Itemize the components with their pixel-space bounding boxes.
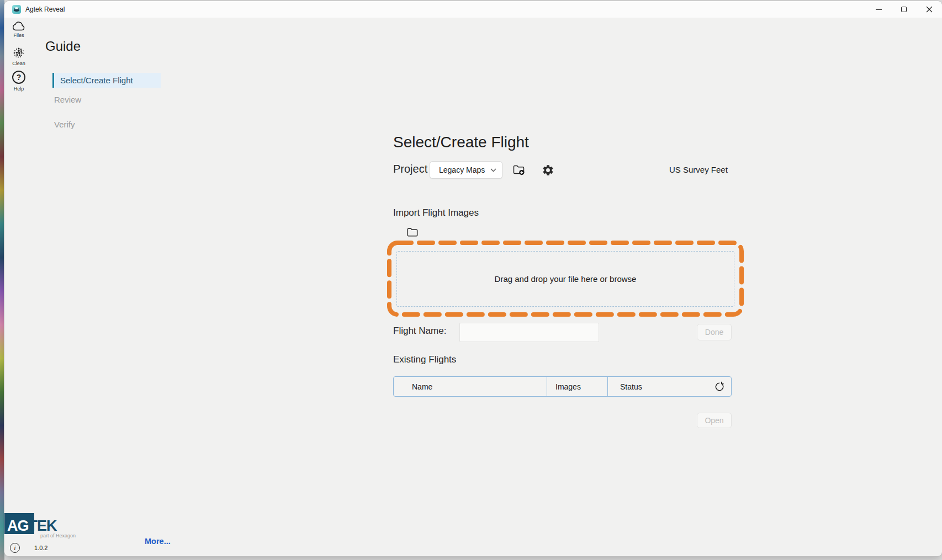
settings-gear-icon <box>542 164 554 177</box>
open-button[interactable]: Open <box>697 413 732 428</box>
maximize-button[interactable] <box>891 1 917 18</box>
cloud-icon <box>12 21 26 31</box>
sidebar-item-label: Clean <box>7 61 31 66</box>
import-flight-images-label: Import Flight Images <box>393 207 479 218</box>
refresh-icon <box>713 381 726 393</box>
agtek-logo-left: AG <box>7 518 29 534</box>
new-project-folder-icon <box>512 163 526 177</box>
sidebar-item-label: Help <box>7 86 31 92</box>
desktop-wallpaper-strip <box>0 0 4 560</box>
maximize-icon <box>901 7 907 12</box>
guide-step-verify[interactable]: Verify <box>54 120 75 129</box>
question-circle-icon: ? <box>11 70 27 85</box>
more-link[interactable]: More... <box>145 537 171 546</box>
agtek-logo: AGTEK <box>7 518 57 534</box>
guide-step-review[interactable]: Review <box>54 95 81 104</box>
app-version: 1.0.2 <box>34 545 47 551</box>
refresh-flights-button[interactable] <box>712 380 727 394</box>
minimize-button[interactable] <box>866 1 891 18</box>
app-icon <box>12 5 21 14</box>
project-dropdown[interactable]: Legacy Maps <box>430 161 502 179</box>
project-label: Project <box>393 163 427 175</box>
logo-tagline: part of Hexagon <box>40 533 76 538</box>
guide-step-label: Select/Create Flight <box>60 76 133 85</box>
new-project-folder-button[interactable] <box>512 163 526 177</box>
done-button[interactable]: Done <box>697 324 732 340</box>
sidebar-item-clean[interactable]: Clean <box>7 46 31 66</box>
sidebar-item-help[interactable]: ? Help <box>7 70 31 92</box>
file-dropzone[interactable]: Drag and drop your file here or browse <box>387 240 744 317</box>
close-icon <box>926 6 933 13</box>
existing-flights-label: Existing Flights <box>393 354 456 365</box>
flight-name-label: Flight Name: <box>393 326 446 337</box>
dropzone-text: Drag and drop your file here or browse <box>495 274 637 284</box>
column-header-images: Images <box>547 377 608 396</box>
column-header-name: Name <box>394 377 547 396</box>
app-window: Agtek Reveal Files <box>4 1 942 556</box>
guide-step-select-create-flight[interactable]: Select/Create Flight <box>52 73 161 88</box>
dropzone-inner: Drag and drop your file here or browse <box>396 251 734 307</box>
svg-text:?: ? <box>17 73 22 82</box>
project-settings-button[interactable] <box>541 163 555 177</box>
existing-flights-table-header: Name Images Status <box>393 376 732 397</box>
sidebar-item-label: Files <box>7 33 31 38</box>
minimize-icon <box>876 9 882 10</box>
window-controls <box>866 1 942 18</box>
chevron-down-icon <box>490 168 496 172</box>
sidebar-item-files[interactable]: Files <box>7 21 31 38</box>
info-button[interactable]: i <box>10 543 20 553</box>
project-dropdown-value: Legacy Maps <box>439 166 490 174</box>
info-icon: i <box>14 544 15 552</box>
guide-title: Guide <box>45 39 81 54</box>
page-title: Select/Create Flight <box>393 134 529 151</box>
units-label: US Survey Feet <box>669 165 728 174</box>
titlebar: Agtek Reveal <box>4 1 942 18</box>
close-button[interactable] <box>917 1 942 18</box>
browse-folder-button[interactable] <box>405 225 420 239</box>
dots-dissolve-icon <box>12 46 25 60</box>
folder-icon <box>406 227 419 238</box>
window-title: Agtek Reveal <box>25 6 65 13</box>
flight-name-input[interactable] <box>459 323 599 342</box>
agtek-logo-right: TEK <box>29 518 57 534</box>
